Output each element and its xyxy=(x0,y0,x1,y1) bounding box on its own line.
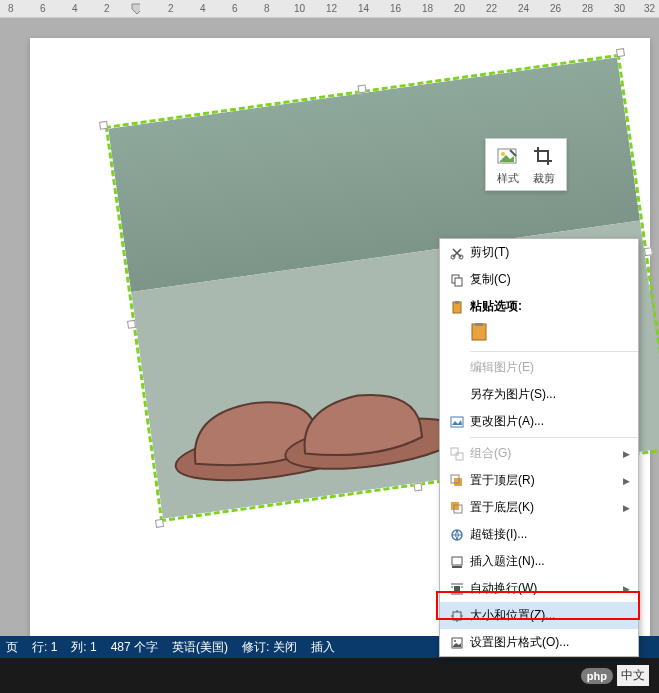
resize-handle-tr[interactable] xyxy=(616,48,625,57)
paste-icon xyxy=(444,300,470,314)
php-badge: php xyxy=(581,668,613,684)
slipper-illustration xyxy=(152,327,467,497)
style-icon xyxy=(496,145,520,169)
size-position-icon xyxy=(444,609,470,623)
menu-send-back[interactable]: 置于底层(K) ▶ xyxy=(440,494,638,521)
wrap-icon xyxy=(444,582,470,596)
menu-bring-front[interactable]: 置于顶层(R) ▶ xyxy=(440,467,638,494)
submenu-arrow-icon: ▶ xyxy=(623,449,630,459)
menu-hyperlink[interactable]: 超链接(I)... xyxy=(440,521,638,548)
copy-icon xyxy=(444,273,470,287)
status-language[interactable]: 英语(美国) xyxy=(172,639,228,656)
style-button[interactable]: 样式 xyxy=(496,145,520,186)
menu-format-picture[interactable]: 设置图片格式(O)... xyxy=(440,629,638,656)
status-column[interactable]: 列: 1 xyxy=(71,639,96,656)
watermark-strip: php 中文 xyxy=(0,658,659,693)
format-picture-icon xyxy=(444,636,470,650)
crop-icon xyxy=(532,145,556,169)
caption-icon xyxy=(444,555,470,569)
svg-rect-12 xyxy=(475,323,483,326)
submenu-arrow-icon: ▶ xyxy=(623,503,630,513)
send-back-icon xyxy=(444,501,470,515)
hyperlink-icon xyxy=(444,528,470,542)
menu-group: 组合(G) ▶ xyxy=(440,440,638,467)
svg-rect-10 xyxy=(455,301,459,304)
svg-rect-11 xyxy=(472,324,486,340)
status-line[interactable]: 行: 1 xyxy=(32,639,57,656)
image-mini-toolbar: 样式 裁剪 xyxy=(485,138,567,191)
menu-save-as-picture[interactable]: 另存为图片(S)... xyxy=(440,381,638,408)
menu-copy[interactable]: 复制(C) xyxy=(440,266,638,293)
svg-point-4 xyxy=(501,152,505,156)
svg-rect-14 xyxy=(451,448,458,455)
status-insert[interactable]: 插入 xyxy=(311,639,335,656)
cut-icon xyxy=(444,246,470,260)
group-icon xyxy=(444,447,470,461)
status-words[interactable]: 487 个字 xyxy=(111,639,158,656)
cn-label: 中文 xyxy=(617,665,649,686)
crop-button[interactable]: 裁剪 xyxy=(532,145,556,186)
submenu-arrow-icon: ▶ xyxy=(623,584,630,594)
style-label: 样式 xyxy=(497,172,519,184)
menu-size-position[interactable]: 大小和位置(Z)... xyxy=(440,602,638,629)
menu-paste-options: 粘贴选项: xyxy=(440,293,638,320)
indent-marker-icon[interactable] xyxy=(130,0,140,18)
svg-point-34 xyxy=(454,640,456,642)
resize-handle-tl[interactable] xyxy=(99,121,108,130)
horizontal-ruler: 8 6 4 2 2 4 6 8 10 12 14 16 18 20 22 24 … xyxy=(0,0,659,18)
menu-auto-wrap[interactable]: 自动换行(W) ▶ xyxy=(440,575,638,602)
svg-rect-16 xyxy=(454,478,462,486)
context-menu: 剪切(T) 复制(C) 粘贴选项: 编辑图片(E) 另存为图片(S)... 更改… xyxy=(439,238,639,657)
menu-cut[interactable]: 剪切(T) xyxy=(440,239,638,266)
change-picture-icon xyxy=(444,415,470,429)
svg-rect-18 xyxy=(451,502,459,510)
svg-marker-0 xyxy=(132,4,140,14)
submenu-arrow-icon: ▶ xyxy=(623,476,630,486)
svg-rect-23 xyxy=(454,586,460,592)
resize-handle-bl[interactable] xyxy=(155,519,164,528)
svg-rect-15 xyxy=(456,453,463,460)
resize-handle-lm[interactable] xyxy=(127,320,136,329)
menu-insert-caption[interactable]: 插入题注(N)... xyxy=(440,548,638,575)
resize-handle-tm[interactable] xyxy=(358,84,367,93)
resize-handle-rm[interactable] xyxy=(644,247,653,256)
resize-handle-bm[interactable] xyxy=(413,483,422,492)
crop-label: 裁剪 xyxy=(533,172,555,184)
status-track[interactable]: 修订: 关闭 xyxy=(242,639,297,656)
svg-rect-8 xyxy=(455,278,462,286)
status-page[interactable]: 页 xyxy=(6,639,18,656)
bring-front-icon xyxy=(444,474,470,488)
menu-edit-picture: 编辑图片(E) xyxy=(440,354,638,381)
svg-rect-21 xyxy=(452,557,462,565)
paste-option-picture[interactable] xyxy=(440,320,638,349)
svg-rect-28 xyxy=(453,612,461,620)
menu-change-picture[interactable]: 更改图片(A)... xyxy=(440,408,638,435)
